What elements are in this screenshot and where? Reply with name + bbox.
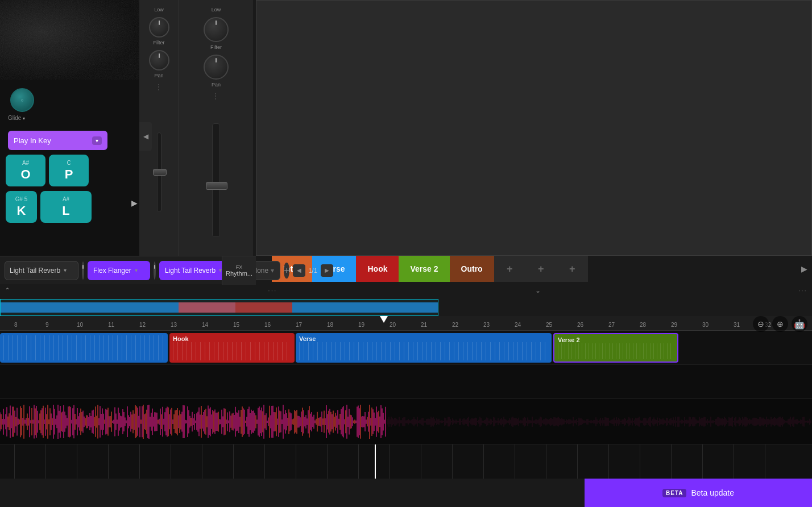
instrument-noise	[0, 0, 139, 80]
glide-label: Glide ▾	[8, 115, 25, 121]
segment-pattern	[3, 335, 164, 360]
fx-label-box: FX Rhythm...	[222, 256, 256, 285]
mini-viewport[interactable]	[0, 299, 438, 316]
segment-hook[interactable]: Hook	[169, 333, 295, 363]
fx-prev-page-button[interactable]: ◀	[293, 264, 305, 277]
expand-keys-button[interactable]: ▶	[128, 197, 140, 209]
ruler-30: 30	[702, 322, 709, 328]
key-button-o[interactable]: A# O	[6, 155, 45, 186]
zoom-in-button[interactable]: ⊕	[772, 316, 788, 332]
low-label: Low	[154, 7, 164, 13]
filter-label: Filter	[154, 40, 165, 45]
ruler-13: 13	[171, 322, 177, 328]
ruler-11: 11	[108, 322, 114, 328]
robot-icon: 🤖	[794, 319, 805, 330]
ruler-27: 27	[608, 322, 615, 328]
ruler-26: 26	[577, 322, 583, 328]
svg-rect-0	[0, 0, 139, 80]
segment-hook-label: Hook	[173, 335, 291, 342]
zoom-out-icon: ⊖	[757, 319, 764, 329]
fx-next-page-button[interactable]: ▶	[321, 264, 333, 277]
ruler-20: 20	[390, 322, 396, 328]
filter-knob-right[interactable]	[204, 17, 229, 42]
beta-update-bar[interactable]: BETA Beta update	[585, 479, 812, 507]
ruler-28: 28	[640, 322, 646, 328]
ruler-22: 22	[452, 322, 458, 328]
tab-add-3[interactable]: +	[557, 256, 588, 282]
fx-label-top: FX	[236, 264, 243, 270]
fx-slot2-dropdown[interactable]: Flex Flanger ▾	[88, 261, 150, 280]
tab-add-1[interactable]: +	[494, 256, 525, 282]
ruler-12: 12	[139, 322, 146, 328]
tab-verse2[interactable]: Verse 2	[399, 256, 449, 282]
fx-add-button[interactable]: +	[284, 263, 289, 279]
segment-verse[interactable]: Verse	[296, 333, 552, 363]
pan-knob[interactable]	[149, 50, 169, 70]
filter-knob[interactable]	[149, 17, 169, 38]
key-button-k[interactable]: G# 5 K	[6, 191, 37, 223]
glide-knob[interactable]: ○	[10, 88, 34, 112]
tab-add-2[interactable]: +	[525, 256, 557, 282]
ruler-9: 9	[45, 322, 49, 328]
fx-rhythm-label: Rhythm...	[226, 270, 252, 277]
arrange-controls: ⌃ ··· ⌄ ···	[0, 282, 812, 299]
ruler-23: 23	[483, 322, 490, 328]
key-letter-3: K	[17, 203, 26, 218]
segment-blue-bg-left[interactable]	[0, 333, 168, 363]
arrange-dots-left: ···	[268, 286, 277, 294]
key-note-2: C	[67, 160, 71, 166]
arrangement-tabs: ◀ Intro Verse Hook Verse 2 Outro + + + ▶	[256, 256, 812, 282]
fader-track-right[interactable]	[212, 123, 220, 237]
segment-hook-dots	[173, 342, 291, 360]
fader-container-right	[179, 105, 253, 256]
ruler-25: 25	[546, 322, 552, 328]
collapse-panel-button[interactable]: ◀	[139, 122, 152, 151]
fader-thumb-right[interactable]	[206, 182, 227, 190]
track-row-waveform: // waveform generated via JS below	[0, 399, 812, 444]
ruler-31: 31	[734, 322, 740, 328]
play-in-key-chevron: ▾	[92, 136, 102, 145]
tab-verse2-label: Verse 2	[410, 264, 438, 273]
tab-hook-label: Hook	[367, 264, 387, 273]
zoom-out-button[interactable]: ⊖	[753, 316, 769, 332]
filter-label-right: Filter	[210, 44, 222, 50]
play-in-key-label: Play In Key	[14, 136, 51, 145]
main-display-area	[256, 0, 812, 256]
mini-overview[interactable]	[0, 299, 812, 316]
pan-knob-right[interactable]	[204, 55, 229, 80]
auto-arrange-button[interactable]: 🤖	[792, 316, 807, 332]
fx-slot2-arrow: ▾	[135, 267, 138, 273]
timeline-area: 8 9 10 11 12 13 14 15 16 17 18 19 20 21 …	[0, 299, 812, 479]
ruler-24: 24	[515, 322, 521, 328]
play-in-key-button[interactable]: Play In Key ▾	[8, 131, 107, 150]
segment-verse-label: Verse	[299, 335, 548, 342]
chevron-down-icon: ⌄	[535, 286, 541, 294]
fx-page-number: 1/1	[306, 267, 320, 274]
arrange-collapse-button[interactable]: ⌃	[5, 286, 10, 294]
tab-hook[interactable]: Hook	[356, 256, 399, 282]
fx-knob-1[interactable]	[82, 261, 84, 280]
waveform-svg: // waveform generated via JS below	[0, 399, 812, 444]
ruler-15: 15	[233, 322, 239, 328]
key-button-l[interactable]: A# L	[40, 191, 92, 223]
segment-dots	[3, 335, 164, 360]
tab-outro[interactable]: Outro	[450, 256, 494, 282]
key-letter-1: O	[20, 167, 30, 182]
fx-slot1-arrow: ▾	[64, 267, 67, 273]
key-button-p[interactable]: C P	[49, 155, 89, 186]
fader-container	[139, 95, 179, 249]
fader-track[interactable]	[157, 132, 161, 212]
tabs-scroll-right[interactable]: ▶	[796, 256, 812, 282]
segment-verse2[interactable]: Verse 2	[553, 333, 678, 363]
fx-knob-2[interactable]	[154, 261, 156, 280]
track-row-1: Hook Verse Verse 2	[0, 331, 812, 365]
channel-strip-right: Low Filter Pan ⋮	[179, 0, 253, 256]
segment-verse-pattern	[299, 342, 548, 360]
track-area: Hook Verse Verse 2	[0, 331, 812, 479]
fader-thumb[interactable]	[153, 169, 167, 176]
ruler-29: 29	[671, 322, 677, 328]
arrange-expand-button[interactable]: ⌄	[535, 286, 541, 294]
track-row-2	[0, 365, 812, 399]
fx-slot1-dropdown[interactable]: Light Tail Reverb ▾	[5, 261, 78, 280]
segment-hook-pattern	[173, 342, 291, 360]
